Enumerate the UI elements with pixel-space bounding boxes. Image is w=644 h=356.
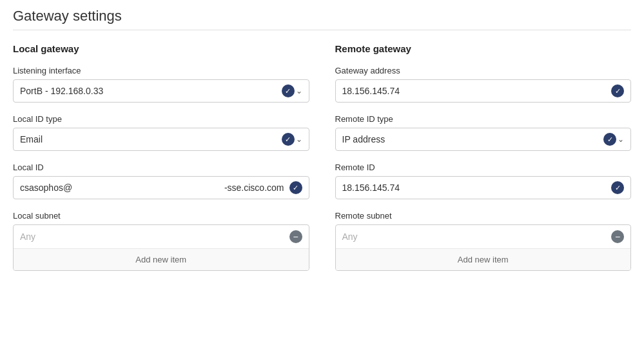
gateway-address-group: Gateway address 18.156.145.74 ✓ (335, 66, 632, 103)
local-subnet-label: Local subnet (13, 211, 309, 221)
check-icon: ✓ (282, 84, 295, 97)
local-id-type-label: Local ID type (13, 114, 309, 124)
listening-interface-group: Listening interface PortB - 192.168.0.33… (13, 66, 309, 103)
local-gateway-title: Local gateway (13, 43, 309, 54)
remote-subnet-group: Remote subnet Any − Add new item (335, 211, 632, 271)
remote-id-type-select[interactable]: IP address ✓ ⌄ (335, 128, 632, 151)
gateway-address-input[interactable]: 18.156.145.74 ✓ (335, 79, 632, 103)
remote-gateway-title: Remote gateway (335, 43, 632, 54)
local-id-value-left: csasophos@ (20, 183, 152, 193)
local-id-type-select[interactable]: Email ✓ ⌄ (13, 128, 309, 151)
local-id-value-right: -sse.cisco.com (152, 183, 284, 193)
local-id-input[interactable]: csasophos@ -sse.cisco.com ✓ (13, 176, 309, 199)
local-id-group: Local ID csasophos@ -sse.cisco.com ✓ (13, 163, 309, 199)
remote-gateway-section: Remote gateway Gateway address 18.156.14… (335, 43, 632, 282)
check-chevron-group: ✓ ⌄ (282, 84, 302, 97)
chevron-down-icon-2: ⌄ (296, 135, 302, 144)
local-id-type-group: Local ID type Email ✓ ⌄ (13, 114, 309, 151)
remote-id-value: 18.156.145.74 (342, 183, 612, 193)
chevron-down-icon-3: ⌄ (618, 135, 624, 144)
local-subnet-placeholder: Any (20, 232, 289, 242)
check-icon-4: ✓ (611, 84, 624, 97)
remote-subnet-wrapper: Any − Add new item (335, 224, 632, 271)
remote-subnet-placeholder: Any (342, 232, 612, 242)
check-chevron-group2: ✓ ⌄ (282, 133, 302, 146)
remote-subnet-row: Any − (336, 225, 631, 249)
remote-id-label: Remote ID (335, 163, 632, 172)
listening-interface-value: PortB - 192.168.0.33 (20, 86, 282, 96)
gateway-address-label: Gateway address (335, 66, 632, 75)
remote-subnet-remove-button[interactable]: − (611, 230, 624, 243)
check-icon-5: ✓ (603, 133, 616, 146)
page-title: Gateway settings (13, 8, 631, 30)
check-icon-3: ✓ (289, 181, 302, 194)
remote-id-type-group: Remote ID type IP address ✓ ⌄ (335, 114, 632, 151)
gateway-address-value: 18.156.145.74 (342, 86, 612, 96)
local-id-type-value: Email (20, 134, 282, 144)
check-chevron-group3: ✓ ⌄ (603, 133, 624, 146)
local-id-label: Local ID (13, 163, 309, 172)
check-icon-2: ✓ (282, 133, 295, 146)
remote-subnet-label: Remote subnet (335, 211, 632, 221)
local-gateway-section: Local gateway Listening interface PortB … (13, 43, 309, 282)
chevron-down-icon: ⌄ (296, 86, 302, 95)
local-subnet-row: Any − (14, 225, 309, 249)
local-subnet-add-button[interactable]: Add new item (14, 249, 309, 270)
listening-interface-select[interactable]: PortB - 192.168.0.33 ✓ ⌄ (13, 79, 309, 103)
remote-id-type-label: Remote ID type (335, 114, 632, 124)
remote-id-type-value: IP address (342, 134, 604, 144)
remote-id-group: Remote ID 18.156.145.74 ✓ (335, 163, 632, 199)
listening-interface-label: Listening interface (13, 66, 309, 75)
remote-subnet-add-button[interactable]: Add new item (336, 249, 631, 270)
local-subnet-group: Local subnet Any − Add new item (13, 211, 309, 271)
local-subnet-wrapper: Any − Add new item (13, 224, 309, 271)
local-subnet-remove-button[interactable]: − (289, 230, 302, 243)
check-icon-6: ✓ (611, 181, 624, 194)
remote-id-input[interactable]: 18.156.145.74 ✓ (335, 176, 632, 199)
